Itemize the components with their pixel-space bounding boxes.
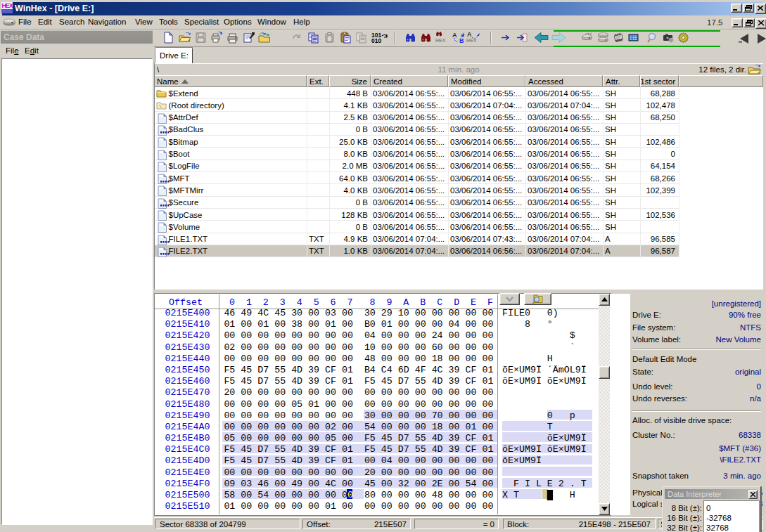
svg-text:HEX: HEX (435, 38, 446, 43)
svg-text:HEX: HEX (466, 38, 477, 43)
svg-text:010: 010 (371, 37, 381, 44)
svg-text:B: B (459, 37, 464, 44)
svg-text:A: A (452, 32, 457, 39)
svg-text:A: A (467, 31, 472, 38)
